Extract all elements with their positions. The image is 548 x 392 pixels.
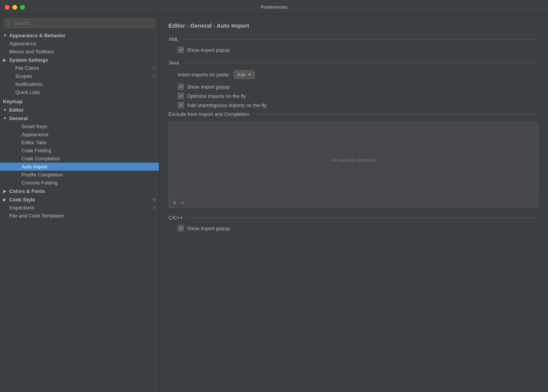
sidebar-item-code-completion[interactable]: Code Completion [0, 155, 159, 163]
expand-arrow: ▼ [3, 116, 8, 120]
sidebar-item-postfix-completion[interactable]: Postfix Completion [0, 171, 159, 179]
sidebar-item-label: Auto Import [21, 164, 156, 170]
insert-imports-dropdown[interactable]: Ask ▼ [234, 70, 255, 79]
sidebar-item-appearance-behavior[interactable]: ▼ Appearance & Behavior [0, 31, 159, 40]
sidebar-item-label: Menus and Toolbars [9, 49, 156, 54]
expand-arrow: ▶ [3, 198, 8, 202]
java-section: Java Insert imports on paste: Ask ▼ Show… [168, 60, 539, 208]
sidebar-item-code-folding[interactable]: Code Folding [0, 147, 159, 155]
java-optimize-imports-checkbox[interactable] [178, 93, 184, 99]
xml-divider-line [183, 39, 539, 40]
sidebar-item-auto-import[interactable]: Auto Import [0, 163, 159, 171]
java-add-unambiguous-row: Add unambiguous imports on the fly [168, 102, 539, 108]
sidebar-item-label: Keymap [3, 99, 156, 104]
expand-arrow: ▼ [3, 33, 8, 38]
window-title: Preferences [261, 4, 287, 10]
insert-imports-row: Insert imports on paste: Ask ▼ [168, 70, 539, 79]
minimize-button[interactable] [12, 5, 17, 10]
sidebar-item-console-folding[interactable]: Console Folding [0, 179, 159, 187]
exclude-toolbar: + − [168, 198, 539, 208]
add-pattern-button[interactable]: + [172, 200, 177, 206]
sidebar-item-label: File Colors [15, 65, 151, 71]
java-add-unambiguous-checkbox[interactable] [178, 102, 184, 108]
cpp-label: C/C++ [168, 215, 183, 221]
sidebar-item-appearance-editor[interactable]: Appearance [0, 130, 159, 138]
cpp-show-import-popup-checkbox[interactable] [178, 225, 184, 231]
java-divider-line [183, 63, 539, 63]
maximize-button[interactable] [20, 5, 25, 10]
exclude-patterns-box: No exclude patterns [168, 122, 539, 198]
sidebar-item-code-style[interactable]: ▶ Code Style ⧉ [0, 195, 159, 204]
search-input[interactable] [4, 18, 155, 28]
cpp-show-import-popup-label: Show import popup [187, 226, 230, 231]
content-area: Editor › General › Auto Import XML Show … [159, 15, 548, 392]
sidebar-item-menus-toolbars[interactable]: Menus and Toolbars [0, 48, 159, 56]
main-container: ⌕ ▼ Appearance & Behavior Appearance Men… [0, 15, 548, 392]
sidebar-item-system-settings[interactable]: ▶ System Settings [0, 56, 159, 64]
sidebar-item-label: Editor Tabs [21, 140, 156, 145]
cpp-show-import-popup-row: Show import popup [168, 225, 539, 231]
xml-section: XML Show import popup [168, 36, 539, 53]
copy-icon: ⧉ [153, 74, 156, 79]
titlebar: Preferences [0, 0, 548, 15]
sidebar-item-notifications[interactable]: Notifications [0, 80, 159, 88]
sidebar-item-scopes[interactable]: Scopes ⧉ [0, 72, 159, 80]
sidebar-item-label: Code Completion [21, 156, 156, 161]
copy-icon: ⧉ [153, 66, 156, 71]
exclude-placeholder: No exclude patterns [332, 157, 376, 163]
sidebar-item-label: Editor [9, 107, 156, 113]
exclude-divider: Exclude from Import and Completion [168, 111, 539, 117]
expand-arrow: ▶ [3, 189, 8, 193]
remove-pattern-button[interactable]: − [180, 200, 185, 206]
exclude-label: Exclude from Import and Completion [168, 111, 249, 117]
java-show-import-popup-checkbox[interactable] [178, 84, 184, 90]
insert-imports-label: Insert imports on paste: [178, 72, 230, 77]
sidebar-item-editor[interactable]: ▼ Editor [0, 105, 159, 114]
sidebar-item-label: Appearance [9, 41, 156, 46]
sidebar-item-file-colors[interactable]: File Colors ⧉ [0, 64, 159, 72]
sidebar-item-general[interactable]: ▼ General [0, 114, 159, 122]
sidebar: ⌕ ▼ Appearance & Behavior Appearance Men… [0, 15, 159, 392]
copy-icon: ⧉ [153, 197, 156, 202]
sidebar-item-inspections[interactable]: Inspections ⧉ [0, 204, 159, 212]
sidebar-item-file-code-templates[interactable]: File and Code Templates [0, 212, 159, 220]
sidebar-item-label: Appearance [21, 132, 156, 137]
sidebar-item-label: Smart Keys [21, 124, 156, 129]
sidebar-item-label: Quick Lists [15, 89, 156, 95]
close-button[interactable] [5, 5, 10, 10]
exclude-divider-line [253, 114, 539, 114]
java-add-unambiguous-label: Add unambiguous imports on the fly [187, 102, 266, 108]
sidebar-item-label: Code Folding [21, 148, 156, 153]
sidebar-item-label: Code Style [9, 197, 151, 203]
java-optimize-imports-row: Optimize imports on the fly [168, 93, 539, 99]
sidebar-item-colors-fonts[interactable]: ▶ Colors & Fonts [0, 187, 159, 195]
xml-show-import-popup-row: Show import popup [168, 47, 539, 53]
xml-divider: XML [168, 36, 539, 42]
xml-show-import-popup-checkbox[interactable] [178, 47, 184, 53]
sidebar-item-label: Colors & Fonts [9, 188, 156, 194]
sidebar-item-label: Appearance & Behavior [9, 33, 156, 38]
breadcrumb: Editor › General › Auto Import [168, 22, 539, 29]
expand-arrow: ▼ [3, 108, 8, 112]
sidebar-item-appearance[interactable]: Appearance [0, 40, 159, 48]
java-divider: Java [168, 60, 539, 66]
search-wrapper: ⌕ [4, 18, 155, 28]
cpp-divider-line [187, 217, 539, 218]
sidebar-item-quick-lists[interactable]: Quick Lists [0, 88, 159, 96]
expand-arrow: ▶ [3, 58, 8, 62]
search-box: ⌕ [0, 15, 159, 31]
xml-label: XML [168, 36, 179, 42]
sidebar-item-label: Inspections [9, 205, 151, 211]
sidebar-item-smart-keys[interactable]: Smart Keys [0, 122, 159, 130]
sidebar-item-editor-tabs[interactable]: Editor Tabs [0, 138, 159, 147]
sidebar-item-keymap[interactable]: Keymap [0, 96, 159, 105]
exclude-section: Exclude from Import and Completion No ex… [168, 111, 539, 208]
copy-icon: ⧉ [153, 205, 156, 210]
dropdown-arrow-icon: ▼ [248, 72, 252, 77]
sidebar-item-label: General [9, 115, 156, 121]
java-label: Java [168, 60, 179, 66]
cpp-divider: C/C++ [168, 215, 539, 221]
xml-show-import-popup-label: Show import popup [187, 47, 230, 53]
sidebar-item-label: Notifications [15, 81, 156, 87]
sidebar-item-label: Console Folding [21, 180, 156, 186]
